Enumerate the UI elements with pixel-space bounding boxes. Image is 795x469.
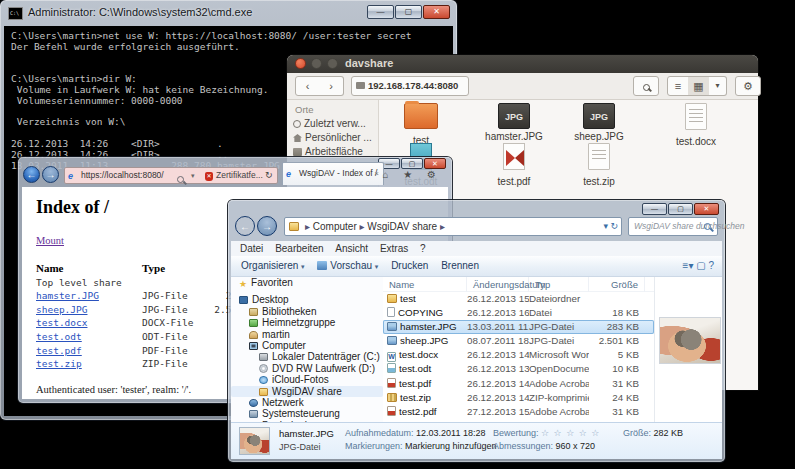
search-icon[interactable]	[177, 172, 184, 187]
view-options-icons[interactable]: ≡▾ ▢ ?	[683, 256, 714, 276]
file-link[interactable]: test.pdf	[36, 345, 82, 356]
search-box[interactable]: WsgiDAV share durchsuchen	[628, 217, 718, 236]
breadcrumb[interactable]: ▸ Computer ▸ WsgiDAV share ▸ ▾ ↻	[284, 217, 622, 236]
sidebar-item-home[interactable]: Persönlicher ...	[293, 132, 372, 143]
minimize-button[interactable]: —	[642, 203, 667, 215]
preview-icon	[317, 261, 327, 270]
search-button[interactable]	[633, 76, 659, 96]
breadcrumb-wsgidav-share[interactable]: WsgiDAV share	[367, 221, 437, 232]
breadcrumb-computer[interactable]: Computer	[313, 221, 357, 232]
folder-icon	[293, 148, 302, 156]
maximize-button[interactable]	[327, 58, 338, 69]
sidebar-item-recent[interactable]: Zuletzt verw...	[293, 118, 366, 129]
file-item-docx[interactable]: test.docx	[653, 103, 739, 147]
grid-view-button[interactable]: ▦	[688, 76, 710, 96]
file-item-zip[interactable]: test.zip	[556, 143, 642, 187]
browser-tab[interactable]: e WsgiDAV - Index of / ×	[282, 162, 384, 185]
menu-bearbeiten[interactable]: Bearbeiten	[275, 241, 323, 256]
sidebar-item-martin[interactable]: martin	[231, 329, 383, 340]
sidebar-item-systemsteuerung[interactable]: Systemsteuerung	[231, 408, 383, 419]
file-link[interactable]: test.zip	[36, 358, 82, 369]
table-row[interactable]: test.pdf26.12.2013 14:19Adobe Acrobat D.…	[383, 377, 654, 391]
close-button[interactable]	[295, 58, 306, 69]
table-row[interactable]: test.odt26.12.2013 13:55OpenDocument T..…	[383, 362, 654, 376]
sidebar-item-favoriten[interactable]: ★Favoriten	[231, 277, 383, 288]
table-row[interactable]: COPYING26.12.2013 16:22Datei18 KB	[383, 306, 654, 320]
forward-button[interactable]: ›	[319, 76, 344, 96]
sidebar-item-desktop[interactable]: Arbeitsfläche	[293, 146, 363, 157]
location-button[interactable]: 192.168.178.44:8080	[351, 76, 469, 96]
organize-button[interactable]: Organisieren ▾	[241, 256, 305, 277]
file-link[interactable]: sheep.JPG	[36, 304, 87, 315]
forward-button[interactable]: →	[257, 216, 277, 236]
mount-link[interactable]: Mount	[36, 235, 64, 246]
sidebar-item-computer[interactable]: Computer	[231, 340, 383, 351]
table-row[interactable]: test.zip26.12.2013 14:22ZIP-komprimierte…	[383, 391, 654, 405]
maximize-button[interactable]: ▢	[668, 203, 693, 215]
column-header-size[interactable]: Größe	[589, 277, 645, 292]
home-star-gear-icons[interactable]: ⌂ ★ ⚙	[382, 169, 442, 180]
address-bar[interactable]: e https://localhost:8080/ ▾ ✕ Zertifikat…	[64, 167, 278, 184]
refresh-icon[interactable]: ↻	[265, 168, 273, 183]
size-label: Größe:	[623, 428, 651, 438]
sidebar-item-bibliotheken[interactable]: Bibliotheken	[231, 306, 383, 317]
add-tag-link[interactable]: Markierung hinzufügen	[405, 441, 497, 451]
file-item-sheep[interactable]: JPG sheep.JPG	[556, 103, 642, 142]
rating-stars[interactable]: ☆ ☆ ☆ ☆ ☆	[541, 428, 600, 438]
table-row-selected[interactable]: hamster.JPG13.03.2011 11:13JPG-Datei283 …	[383, 320, 654, 334]
close-button[interactable]: ✕	[694, 203, 719, 215]
menu-datei[interactable]: Datei	[240, 241, 263, 256]
file-item-pdf[interactable]: test.pdf	[471, 143, 557, 187]
column-header-date[interactable]: Änderungsdatum	[467, 277, 529, 292]
burn-button[interactable]: Brennen	[441, 256, 479, 276]
sidebar-item-icloud-fotos[interactable]: iCloud-Fotos	[231, 374, 383, 385]
chevron-down-icon[interactable]: ▾	[191, 168, 195, 183]
explorer-navbar: ← → ▸ Computer ▸ WsgiDAV share ▸ ▾ ↻ Wsg…	[228, 215, 725, 241]
maximize-button[interactable]: ▢	[401, 158, 423, 169]
file-link[interactable]: test.odt	[36, 331, 82, 342]
menu-ansicht[interactable]: Ansicht	[335, 241, 368, 256]
file-item-test[interactable]: test	[378, 103, 464, 146]
minimize-button[interactable]	[311, 58, 322, 69]
jpg-file-icon: JPG	[583, 103, 615, 129]
close-button[interactable]: ✕	[424, 158, 446, 169]
address-dropdown-icon[interactable]: ▾	[603, 221, 608, 231]
sidebar-item-desktop[interactable]: Desktop	[231, 294, 383, 305]
column-header-name[interactable]: Name	[383, 277, 467, 292]
back-button[interactable]: ←	[235, 216, 255, 236]
file-link[interactable]: test.docx	[36, 317, 87, 328]
close-button[interactable]: ✕	[423, 5, 450, 19]
print-button[interactable]: Drucken	[391, 256, 428, 276]
url-text[interactable]: https://localhost:8080/	[81, 168, 164, 183]
file-link[interactable]: hamster.JPG	[36, 290, 99, 301]
certificate-error-button[interactable]: Zertifikatfe...	[216, 168, 263, 183]
file-item-hamster[interactable]: JPG hamster.JPG	[471, 103, 557, 142]
back-button[interactable]: ←	[23, 166, 40, 183]
gear-menu-button[interactable]: ⚙	[735, 76, 761, 96]
menu-help[interactable]: ?	[420, 241, 426, 256]
menu-extras[interactable]: Extras	[380, 241, 408, 256]
nautilus-toolbar: ‹ › 192.168.178.44:8080 ≡ ▦ ▾ ⚙	[287, 73, 758, 100]
table-row[interactable]: sheep.JPG08.07.2011 18:52JPG-Datei2.501 …	[383, 334, 654, 348]
maximize-button[interactable]: ▢	[395, 5, 422, 19]
sidebar-item-wsgidav-share[interactable]: WsgiDAV share	[231, 386, 383, 397]
column-header-type[interactable]: Typ	[529, 277, 589, 292]
sidebar-item-netzwerk[interactable]: Netzwerk	[231, 397, 383, 408]
table-row[interactable]: test2.pdf27.12.2013 15:10Adobe Acrobat D…	[383, 405, 654, 419]
table-row[interactable]: test26.12.2013 15:21Dateiordner	[383, 292, 654, 306]
table-row[interactable]: Wtest.docx26.12.2013 14:26Microsoft Word…	[383, 348, 654, 362]
back-button[interactable]: ‹	[295, 76, 320, 96]
cmd-titlebar[interactable]: C:\ Administrator: C:\Windows\system32\c…	[0, 0, 457, 26]
sidebar-item-local-disk-c[interactable]: Lokaler Datenträger (C:)	[231, 351, 383, 362]
forward-button[interactable]: →	[42, 166, 59, 183]
nautilus-titlebar[interactable]: davshare	[287, 55, 758, 73]
minimize-button[interactable]: —	[367, 5, 394, 19]
refresh-icon[interactable]: ↻	[610, 221, 618, 231]
preview-button[interactable]: Vorschau ▾	[317, 256, 378, 277]
menu-bar: Datei Bearbeiten Ansicht Extras ?	[231, 241, 722, 256]
sidebar-item-heimnetzgruppe[interactable]: Heimnetzgruppe	[231, 317, 383, 328]
sidebar-item-dvd-drive-d[interactable]: DVD RW Laufwerk (D:)	[231, 363, 383, 374]
close-tab-icon[interactable]: ×	[374, 163, 379, 184]
view-options-dropdown[interactable]: ▾	[709, 76, 727, 96]
list-view-button[interactable]: ≡	[667, 76, 689, 96]
